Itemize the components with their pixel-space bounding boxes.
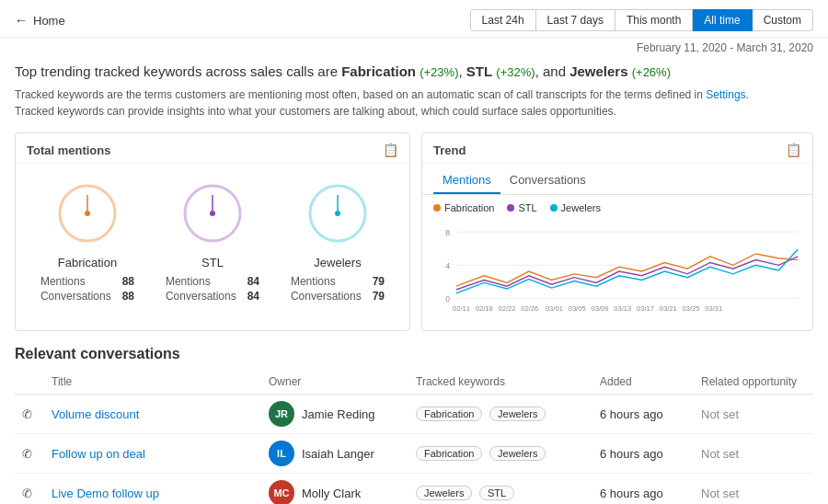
trend-legend: Fabrication STL Jewelers: [422, 195, 812, 217]
date-range: February 11, 2020 - March 31, 2020: [0, 38, 828, 54]
desc-line2: Tracked keywords can provide insights in…: [15, 105, 616, 118]
col-owner: Owner: [261, 372, 408, 395]
keyword-fabrication: Fabrication: [341, 63, 416, 79]
filter-last24h[interactable]: Last 24h: [470, 9, 536, 31]
row3-owner-name: Molly Clark: [302, 487, 361, 500]
tab-mentions[interactable]: Mentions: [433, 169, 500, 194]
trend-copy-icon[interactable]: 📋: [786, 143, 801, 157]
stl-conversations: 84: [247, 290, 259, 303]
chart-area: 8 4 0 02/11 02/18 02/22 02/26 03/01 0: [422, 217, 812, 330]
svg-point-1: [85, 211, 90, 216]
keyword-tag: Jewelers: [489, 407, 546, 421]
col-keywords: Tracked keywords: [408, 372, 592, 395]
headline: Top trending tracked keywords across sal…: [15, 62, 813, 81]
row3-avatar: MC: [269, 480, 294, 504]
row2-owner-name: Isaiah Langer: [302, 447, 374, 461]
trend-tabs: Mentions Conversations: [422, 164, 812, 195]
row3-keywords: Jewelers STL: [408, 474, 592, 504]
phone-icon: ✆: [22, 407, 32, 421]
svg-text:03/05: 03/05: [569, 304, 586, 313]
row3-opportunity: Not set: [694, 474, 813, 504]
keyword-stl: STL: [466, 63, 492, 79]
time-filters: Last 24h Last 7 days This month All time…: [470, 9, 813, 31]
trend-title: Trend: [433, 143, 466, 157]
legend-fabrication: Fabrication: [433, 202, 494, 213]
conversations-table: Title Owner Tracked keywords Added Relat…: [15, 372, 813, 504]
filter-custom[interactable]: Custom: [753, 9, 813, 31]
jewelers-mentions: 79: [373, 275, 385, 288]
settings-link[interactable]: Settings: [706, 88, 745, 101]
table-row: ✆ Live Demo follow up MC Molly Clark Jew…: [15, 474, 813, 504]
row3-added: 6 hours ago: [592, 474, 694, 504]
headline-section: Top trending tracked keywords across sal…: [0, 54, 828, 123]
legend-stl: STL: [507, 202, 536, 213]
circles-row: Fabrication Mentions 88 Conversations 88: [16, 164, 409, 310]
back-link[interactable]: ← Home: [15, 13, 65, 28]
legend-label-fabrication: Fabrication: [444, 202, 494, 213]
pct-jewelers: (+26%): [632, 65, 671, 79]
svg-text:02/26: 02/26: [521, 304, 538, 313]
mentions-card-header: Total mentions 📋: [16, 133, 409, 164]
svg-text:03/13: 03/13: [614, 304, 631, 313]
pct-stl: (+32%): [496, 65, 535, 79]
col-title: Title: [44, 372, 261, 395]
headline-prefix: Top trending tracked keywords across sal…: [15, 63, 338, 79]
row1-added: 6 hours ago: [592, 395, 694, 434]
trend-chart-svg: 8 4 0 02/11 02/18 02/22 02/26 03/01 0: [433, 221, 801, 322]
filter-last7d[interactable]: Last 7 days: [536, 9, 615, 31]
col-opportunity: Related opportunity: [694, 372, 813, 395]
keyword-tag: Jewelers: [416, 486, 472, 500]
svg-text:03/01: 03/01: [546, 304, 563, 313]
row1-owner-cell: JR Jamie Reding: [269, 401, 401, 427]
stl-circle-svg: [176, 177, 249, 250]
trend-card-header: Trend 📋: [422, 133, 812, 164]
row2-owner-cell: IL Isaiah Langer: [269, 441, 401, 466]
svg-text:8: 8: [445, 228, 450, 237]
trend-card: Trend 📋 Mentions Conversations Fabricati…: [421, 132, 813, 331]
table-row: ✆ Follow up on deal IL Isaiah Langer Fab…: [15, 434, 813, 474]
svg-text:03/21: 03/21: [660, 304, 677, 313]
svg-text:03/17: 03/17: [637, 304, 654, 313]
row3-title[interactable]: Live Demo follow up: [44, 474, 261, 504]
description: Tracked keywords are the terms customers…: [15, 86, 813, 120]
svg-text:02/11: 02/11: [453, 304, 470, 313]
tab-conversations[interactable]: Conversations: [500, 169, 595, 194]
phone-icon: ✆: [22, 447, 32, 461]
fabrication-stats: Mentions 88 Conversations 88: [40, 275, 134, 303]
jewelers-conversations: 79: [373, 290, 385, 303]
pct-fabrication: (+23%): [420, 65, 458, 79]
row1-avatar: JR: [269, 401, 294, 427]
row2-opportunity: Not set: [694, 434, 813, 474]
jewelers-label: Jewelers: [314, 256, 361, 269]
filter-thismonth[interactable]: This month: [615, 9, 693, 31]
fabrication-mentions: 88: [122, 275, 134, 288]
header: ← Home Last 24h Last 7 days This month A…: [0, 0, 828, 38]
row1-title[interactable]: Volume discount: [44, 395, 261, 434]
main-content: Total mentions 📋 Fabrication Mentions 88: [0, 123, 828, 340]
svg-text:0: 0: [445, 295, 450, 304]
svg-point-4: [210, 211, 215, 216]
stl-stats: Mentions 84 Conversations 84: [166, 275, 259, 303]
keyword-tag: Fabrication: [416, 446, 482, 461]
conversations-title: Relevant conversations: [15, 346, 813, 362]
stl-mentions: 84: [247, 275, 259, 288]
back-arrow-icon: ←: [15, 13, 28, 28]
jewelers-circle-svg: [301, 177, 374, 250]
mentions-title: Total mentions: [27, 143, 110, 157]
row2-title[interactable]: Follow up on deal: [44, 434, 261, 474]
row2-added: 6 hours ago: [592, 434, 694, 474]
circle-jewelers: Jewelers Mentions 79 Conversations 79: [291, 177, 385, 303]
legend-label-jewelers: Jewelers: [561, 202, 601, 213]
legend-label-stl: STL: [518, 202, 536, 213]
keyword-tag: Jewelers: [489, 446, 546, 461]
circle-stl: STL Mentions 84 Conversations 84: [166, 177, 259, 303]
row3-owner-cell: MC Molly Clark: [269, 480, 401, 504]
legend-dot-stl: [507, 204, 514, 212]
desc-line1: Tracked keywords are the terms customers…: [15, 88, 703, 101]
mentions-copy-icon[interactable]: 📋: [383, 143, 398, 157]
filter-alltime[interactable]: All time: [693, 9, 752, 31]
col-phone: [15, 372, 44, 395]
fabrication-circle-svg: [51, 177, 124, 250]
row1-opportunity: Not set: [694, 395, 813, 434]
back-label: Home: [33, 14, 65, 28]
